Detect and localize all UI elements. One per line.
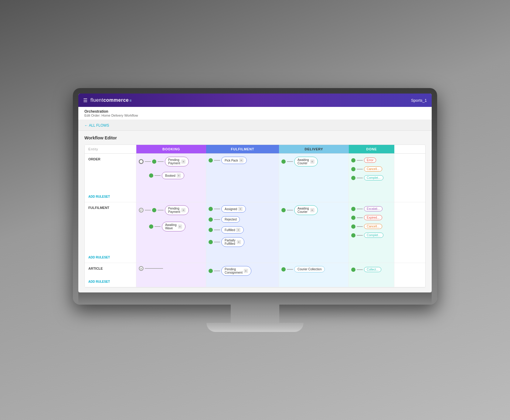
connector <box>357 269 363 270</box>
connector <box>155 175 161 176</box>
complete-node-2[interactable]: Complet... <box>364 233 383 238</box>
fulfilment-add-ruleset[interactable]: ADD RULESET <box>88 256 132 259</box>
green-circle <box>209 207 213 211</box>
header-left: ☰ fluentcommerce≡ <box>83 97 132 103</box>
fulfilment-awaiting-courier-row: AwaitingCourier ≡ <box>281 205 346 215</box>
brand-suffix: ≡ <box>129 98 132 103</box>
col-done: DONE <box>349 145 394 153</box>
breadcrumb-subtitle: Edit Order: Home Delivery Workflow <box>84 114 426 117</box>
cancel-node[interactable]: Cancell... <box>364 166 382 172</box>
article-fulfilment-cell: PendingConsignment ≡ <box>206 263 279 287</box>
article-start-a: A <box>139 266 144 271</box>
fulfilled-node[interactable]: Fulfilled ≡ <box>221 226 244 234</box>
green-circle <box>351 167 355 171</box>
connector <box>214 219 220 220</box>
connector <box>287 269 293 270</box>
connector <box>158 210 164 210</box>
order-cancel-item: Cancell... <box>351 166 392 172</box>
green-circle <box>209 228 213 232</box>
connector <box>158 161 164 162</box>
article-delivery-cell: Courier Collection <box>279 263 349 287</box>
fulfilment-cancel-item: Cancell... <box>351 223 392 230</box>
connector <box>145 210 151 210</box>
col-booking: BOOKING <box>136 145 206 153</box>
awaiting-wave-node[interactable]: AwaitingWave ≡ <box>162 222 185 231</box>
fulfilled-row: Fulfilled ≡ <box>209 226 276 234</box>
cancel-node-2[interactable]: Cancell... <box>364 224 382 229</box>
expired-node[interactable]: Expired... <box>364 215 382 220</box>
long-connector <box>145 268 163 269</box>
error-node[interactable]: Error <box>364 158 376 163</box>
collect-node[interactable]: Collect... <box>364 267 381 272</box>
fulfilment-start-p: P <box>139 208 144 213</box>
escalated-node[interactable]: Escalati... <box>364 206 382 211</box>
connector <box>214 160 220 161</box>
awaiting-courier-node-fulfilment[interactable]: AwaitingCourier ≡ <box>294 205 318 215</box>
article-label: ARTICLE <box>88 267 132 270</box>
connector <box>357 169 363 169</box>
green-circle <box>281 267 286 271</box>
workflow-canvas: Entity BOOKING FULFILMENT DELIVERY DONE … <box>84 145 426 288</box>
pending-payment-node[interactable]: PendingPayment ≡ <box>165 157 189 166</box>
order-complete-item: Complet... <box>351 174 392 181</box>
connector <box>214 230 220 230</box>
partially-fulfilled-node[interactable]: PartiallyFulfilled ≡ <box>221 237 244 247</box>
toolbar: ALL FLOWS <box>78 120 432 131</box>
article-done-cell: Collect... <box>349 263 394 287</box>
courier-collection-row: Courier Collection <box>281 266 346 272</box>
node-icon: ≡ <box>310 208 314 212</box>
green-circle <box>152 159 156 164</box>
rejected-node[interactable]: Rejected <box>221 216 240 223</box>
fulfilment-complete-item: Complet... <box>351 232 392 239</box>
connector <box>287 210 293 210</box>
col-fulfilment: FULFILMENT <box>206 145 279 153</box>
order-row: ORDER ADD RULESET PendingPay <box>85 154 425 202</box>
hamburger-icon[interactable]: ☰ <box>83 97 87 103</box>
courier-collection-node[interactable]: Courier Collection <box>294 266 325 272</box>
connector <box>214 242 220 242</box>
node-icon: ≡ <box>181 208 185 212</box>
collect-item: Collect... <box>351 266 392 273</box>
article-label-cell: ARTICLE ADD RULESET <box>85 263 136 287</box>
connector <box>287 161 293 162</box>
connector <box>357 235 363 236</box>
green-circle <box>351 176 355 180</box>
connector <box>155 226 161 227</box>
order-booked-node-row: Booked ≡ <box>139 172 203 179</box>
col-delivery: DELIVERY <box>279 145 349 153</box>
order-error-item: Error <box>351 157 392 164</box>
fulfilment-label-cell: FULFILMENT ADD RULESET <box>85 202 136 263</box>
assigned-node[interactable]: Assigned ≡ <box>221 205 246 213</box>
connector <box>214 209 220 209</box>
article-add-ruleset[interactable]: ADD RULESET <box>88 280 132 283</box>
complete-node[interactable]: Complet... <box>364 175 383 180</box>
green-circle <box>152 208 156 212</box>
green-circle <box>351 207 355 211</box>
node-icon: ≡ <box>238 207 243 211</box>
fulfilment-pending-payment-node[interactable]: PendingPayment ≡ <box>165 205 189 215</box>
all-flows-link[interactable]: ALL FLOWS <box>84 123 109 128</box>
column-headers: Entity BOOKING FULFILMENT DELIVERY DONE <box>85 145 425 154</box>
article-booking-cell: A <box>136 263 206 287</box>
fulfilment-start-row: P PendingPayment ≡ <box>139 205 203 215</box>
pending-consignment-node[interactable]: PendingConsignment ≡ <box>221 266 251 276</box>
booked-node[interactable]: Booked ≡ <box>162 172 184 179</box>
rejected-row: Rejected <box>209 216 276 223</box>
fulfilment-row: FULFILMENT ADD RULESET P Pend <box>85 202 425 263</box>
pending-consignment-row: PendingConsignment ≡ <box>209 266 276 276</box>
order-label-cell: ORDER ADD RULESET <box>85 154 136 202</box>
article-row: ARTICLE ADD RULESET A <box>85 263 425 287</box>
node-icon: ≡ <box>181 159 185 164</box>
escalated-item: Escalati... <box>351 205 392 212</box>
awaiting-courier-node-order[interactable]: AwaitingCourier ≡ <box>294 157 318 166</box>
connector <box>357 226 363 227</box>
connector <box>145 161 151 162</box>
expired-item: Expired... <box>351 214 392 221</box>
pickpack-node[interactable]: Pick Pack ≡ <box>221 157 247 164</box>
order-start-node: PendingPayment ≡ <box>139 157 203 166</box>
col-entity: Entity <box>85 145 136 153</box>
fulfilment-fulfilment-cell: Assigned ≡ Rejected <box>206 202 279 263</box>
user-menu[interactable]: Sports_1 <box>411 98 427 103</box>
order-add-ruleset[interactable]: ADD RULESET <box>88 195 132 198</box>
green-circle <box>209 240 213 244</box>
